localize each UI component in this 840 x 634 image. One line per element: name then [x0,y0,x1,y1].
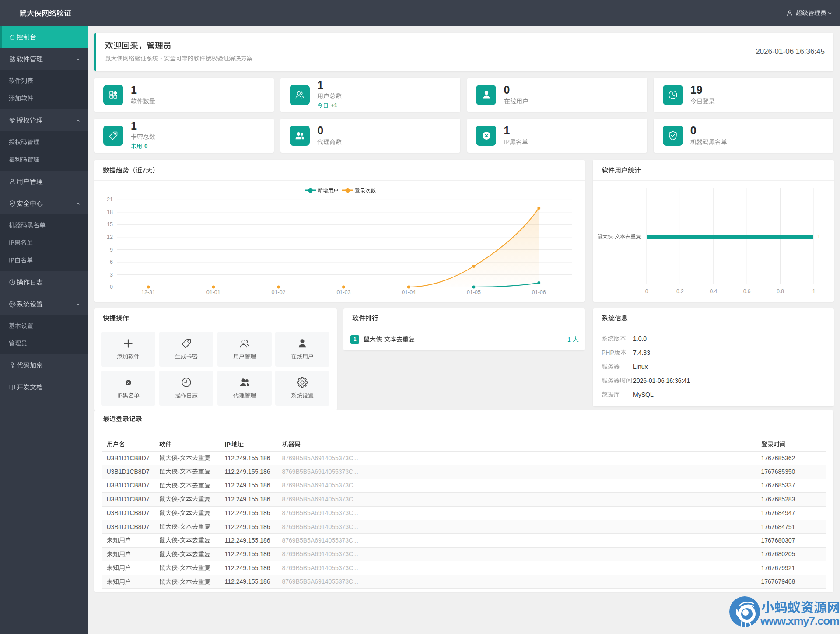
svg-text:3: 3 [110,272,113,278]
svg-text:0: 0 [645,288,648,294]
svg-text:01-04: 01-04 [402,289,416,295]
svg-text:12-31: 12-31 [141,289,155,295]
svg-text:6: 6 [110,259,113,265]
svg-text:0.4: 0.4 [710,288,717,294]
svg-text:www.xmy7.com: www.xmy7.com [760,614,840,627]
svg-text:12: 12 [107,234,113,240]
svg-text:0.6: 0.6 [743,288,751,294]
svg-text:15: 15 [107,221,113,228]
svg-text:01-06: 01-06 [532,289,546,295]
svg-text:21: 21 [107,196,113,203]
svg-text:1: 1 [812,288,816,294]
svg-text:01-02: 01-02 [272,289,286,295]
svg-text:0.8: 0.8 [777,288,784,294]
svg-text:0.2: 0.2 [676,288,684,294]
svg-text:0: 0 [110,284,113,290]
svg-text:01-05: 01-05 [467,289,481,295]
svg-text:9: 9 [110,247,113,253]
svg-text:1: 1 [817,234,820,240]
svg-text:01-01: 01-01 [206,289,220,295]
svg-text:01-03: 01-03 [336,289,350,295]
svg-text:18: 18 [107,209,113,215]
